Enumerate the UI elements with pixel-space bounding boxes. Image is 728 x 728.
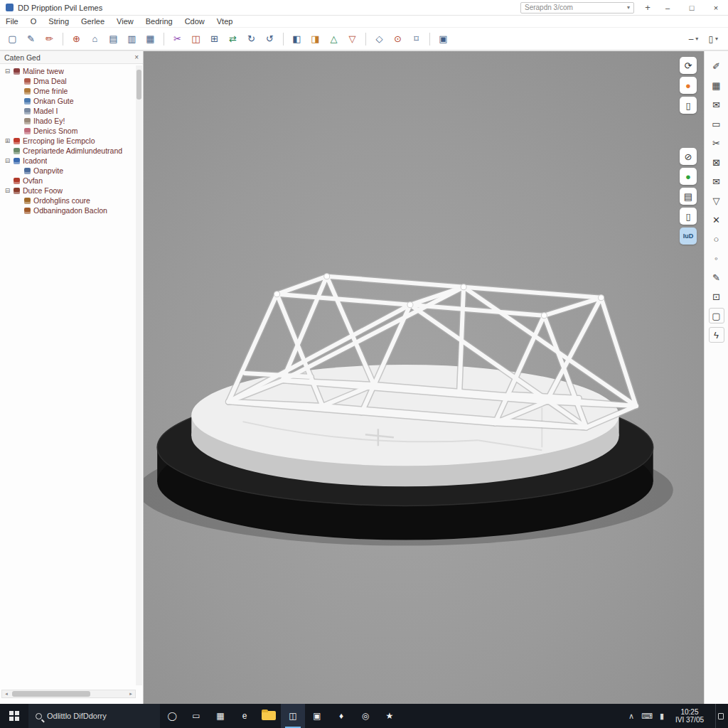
split-view-icon[interactable]: ◫ xyxy=(189,32,203,46)
tree-item-dma-deal[interactable]: Dma Deal xyxy=(2,76,136,86)
app-blue-icon[interactable]: ★ xyxy=(378,704,402,728)
power-tool-icon[interactable]: ϟ xyxy=(709,327,724,343)
filter-icon[interactable]: ▽ xyxy=(346,32,359,46)
tray-chevron-icon[interactable]: ∧ xyxy=(628,712,634,721)
toolbar-icon[interactable] xyxy=(63,33,63,46)
filter-down-icon[interactable]: ▽ xyxy=(709,193,724,208)
delete-box-icon[interactable]: ⊠ xyxy=(709,154,724,170)
file-explorer-icon[interactable] xyxy=(257,704,281,728)
menu-item[interactable]: File xyxy=(6,17,18,26)
app-orange-icon[interactable]: ♦ xyxy=(329,704,353,728)
menu-item[interactable]: String xyxy=(48,17,69,26)
mesh-icon[interactable]: △ xyxy=(327,32,341,46)
tree-item-ome-frinle[interactable]: Ome frinle xyxy=(2,86,136,96)
edge-icon[interactable]: e xyxy=(232,704,257,728)
tree-item-odbaningadon[interactable]: Odbaningadon Baclon xyxy=(2,205,136,215)
tree-horizontal-scrollbar[interactable]: ◂ ▸ xyxy=(1,690,136,698)
menu-item[interactable]: Cdow xyxy=(185,17,205,26)
taskbar-clock[interactable]: 10:25 IVI 37/05 xyxy=(671,708,708,724)
message-icon[interactable]: ✉ xyxy=(709,97,724,112)
section-plane-button[interactable]: ▯ xyxy=(680,97,697,114)
toolbar-icon[interactable] xyxy=(164,33,164,46)
chevron-down-icon[interactable]: ▾ xyxy=(627,4,630,11)
tray-battery-icon[interactable]: ▮ xyxy=(660,712,664,721)
panel-grid-icon[interactable]: ▦ xyxy=(709,77,724,93)
app-store-icon[interactable]: ▦ xyxy=(208,704,232,728)
table-icon[interactable]: ▦ xyxy=(144,32,157,46)
swap-icon[interactable]: ⇄ xyxy=(226,32,240,46)
new-icon[interactable]: ▢ xyxy=(6,32,19,46)
tree-horizontal-scroll-thumb[interactable] xyxy=(12,691,90,697)
tree-item-errcoping[interactable]: ⊞ Errcoping lie Ecmpclo xyxy=(2,136,136,146)
cut-icon[interactable]: ✂ xyxy=(171,32,184,46)
home-view-icon[interactable]: ⌂ xyxy=(88,32,102,46)
section-box-icon[interactable]: ⊞ xyxy=(208,32,221,46)
hud-toggle-button[interactable]: IuD xyxy=(680,228,697,245)
tree-item-onkan-gute[interactable]: Onkan Gute xyxy=(2,96,136,106)
circle-tool-icon[interactable]: ○ xyxy=(709,231,724,247)
titlebar-search-combo[interactable]: Serapdn 3/com ▾ xyxy=(520,2,634,14)
tree-item-madel-i[interactable]: Madel I xyxy=(2,106,136,116)
status-ok-button[interactable]: ● xyxy=(680,168,697,185)
target-icon[interactable]: ⊙ xyxy=(391,32,405,46)
list-button[interactable]: ▤ xyxy=(680,188,697,205)
toolbar-icon[interactable] xyxy=(365,33,366,46)
scroll-right-icon[interactable]: ▸ xyxy=(127,691,135,697)
tree-item-maline-twew[interactable]: ⊟ Maline twew xyxy=(2,66,136,76)
tree-item-ovfan[interactable]: Ovfan xyxy=(2,176,136,186)
reset-view-button[interactable]: ⟳ xyxy=(680,57,697,74)
expand-toggle-icon[interactable]: ⊟ xyxy=(4,68,11,75)
rotate-cw-icon[interactable]: ↻ xyxy=(245,32,258,46)
app-teal-icon[interactable]: ▣ xyxy=(305,704,329,728)
shade-right-icon[interactable]: ◨ xyxy=(309,32,322,46)
tree-item-ordohglins[interactable]: Ordohglins coure xyxy=(2,196,136,205)
record-orbit-button[interactable]: ● xyxy=(680,77,697,94)
tree-item-icadont[interactable]: ⊟ Icadont xyxy=(2,156,136,166)
point-tool-icon[interactable]: ◦ xyxy=(709,250,724,266)
annotate-icon[interactable]: ✐ xyxy=(709,58,724,74)
scroll-left-icon[interactable]: ◂ xyxy=(2,691,11,697)
tree-item-ihado-ey[interactable]: Ihado Ey! xyxy=(2,116,136,126)
mail-icon[interactable]: ✉ xyxy=(709,173,724,189)
taskbar-search[interactable]: Odlittlo DifDdorry xyxy=(28,704,160,728)
menu-item[interactable]: Bedring xyxy=(146,17,173,26)
task-view-icon[interactable]: ▭ xyxy=(184,704,208,728)
close-panel-icon[interactable]: × xyxy=(134,53,139,61)
pen-tool-icon[interactable]: ✎ xyxy=(709,269,724,285)
battery-tool-button[interactable]: ▯ xyxy=(680,208,697,225)
menu-item[interactable]: Vtep xyxy=(217,17,233,26)
grid-icon[interactable]: ▥ xyxy=(125,32,139,46)
new-tab-button[interactable]: + xyxy=(640,2,655,13)
frame-icon[interactable]: ▭ xyxy=(709,116,724,132)
tray-keyboard-icon[interactable]: ⌨ xyxy=(641,712,653,721)
clip-button[interactable]: ⊘ xyxy=(680,148,697,165)
expand-toggle-icon[interactable]: ⊟ xyxy=(4,157,11,164)
detail-box-icon[interactable]: ⊡ xyxy=(709,289,724,304)
minimize-button[interactable]: – xyxy=(655,0,680,15)
close-tool-icon[interactable]: ✕ xyxy=(709,212,724,228)
expand-toggle-icon[interactable]: ⊟ xyxy=(4,187,11,194)
add-icon[interactable]: ⊕ xyxy=(70,32,83,46)
page-tool-icon[interactable]: ▢ xyxy=(709,308,724,323)
3d-scene[interactable] xyxy=(144,51,704,704)
close-button[interactable]: × xyxy=(704,0,728,15)
rotate-ccw-icon[interactable]: ↺ xyxy=(263,32,277,46)
tree-vertical-scrollbar[interactable] xyxy=(136,65,142,685)
viewport-tool-button[interactable] xyxy=(680,117,697,145)
app-ring-icon[interactable]: ◎ xyxy=(353,704,378,728)
sheet-dropdown[interactable]: ▯▾ xyxy=(708,34,718,44)
cortana-icon[interactable]: ◯ xyxy=(160,704,184,728)
toolbar-icon[interactable] xyxy=(429,33,430,46)
notification-center-button[interactable] xyxy=(715,704,725,728)
toolbar-icon[interactable] xyxy=(283,33,284,46)
3d-viewport[interactable]: ⟳●▯⊘●▤▯IuD xyxy=(144,51,704,704)
tree-item-crepriartede[interactable]: Crepriartede Adimlundeutrand xyxy=(2,146,136,156)
tree-vertical-scroll-thumb[interactable] xyxy=(136,70,141,100)
start-button[interactable] xyxy=(0,704,28,728)
tree-item-denics-snom[interactable]: Denics Snom xyxy=(2,126,136,136)
maximize-button[interactable]: □ xyxy=(680,0,704,15)
edit-icon[interactable]: ✎ xyxy=(24,32,38,46)
shade-left-icon[interactable]: ◧ xyxy=(290,32,304,46)
sketch-icon[interactable]: ✏ xyxy=(43,32,56,46)
viewport-layout-icon[interactable]: ▣ xyxy=(437,32,450,46)
